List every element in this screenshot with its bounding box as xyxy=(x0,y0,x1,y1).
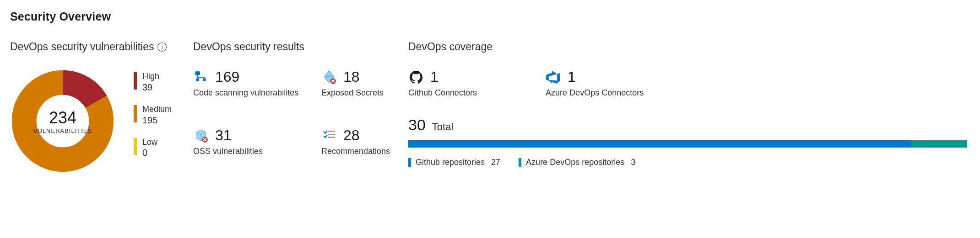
metric-code-scan-value: 169 xyxy=(215,69,239,85)
metric-oss[interactable]: 31 OSS vulnerabilities xyxy=(193,127,321,156)
results-heading: DevOps security results xyxy=(193,41,408,53)
coverage-bar xyxy=(408,140,967,148)
connector-ado[interactable]: 1 Azure DevOps Connectors xyxy=(546,69,644,98)
github-icon xyxy=(408,69,424,85)
coverage-legend-ado-name: Azure DevOps repositories xyxy=(526,158,624,167)
coverage-legend-ado[interactable]: Azure DevOps repositories 3 xyxy=(519,158,635,167)
connector-github-label: Github Connectors xyxy=(408,88,477,98)
legend-name-high: High xyxy=(142,72,159,81)
legend-name-low: Low xyxy=(142,138,157,147)
metric-code-scan-label: Code scanning vulnerabilites xyxy=(193,88,321,98)
coverage-total: 30 Total xyxy=(408,116,967,134)
coverage-swatch-ado xyxy=(519,158,521,167)
svg-rect-5 xyxy=(196,78,199,81)
svg-rect-6 xyxy=(203,78,206,81)
metric-secrets-value: 18 xyxy=(343,69,360,85)
coverage-section: DevOps coverage 1 Github Connectors xyxy=(408,41,967,167)
azuredevops-icon xyxy=(546,69,561,85)
vulnerabilities-section: DevOps security vulnerabilities i 234 VU… xyxy=(10,41,193,174)
donut-center: 234 VULNERABILITIES xyxy=(10,69,115,174)
metric-recs[interactable]: 28 Recommendations xyxy=(321,127,408,156)
coverage-legend: Github repositories 27 Azure DevOps repo… xyxy=(408,158,967,167)
vulnerabilities-total-value: 234 xyxy=(49,108,76,127)
legend-name-medium: Medium xyxy=(142,105,172,114)
connector-github[interactable]: 1 Github Connectors xyxy=(408,69,477,98)
legend-item-medium[interactable]: Medium 195 xyxy=(134,105,172,125)
coverage-legend-github-value: 27 xyxy=(491,158,500,167)
legend-value-medium: 195 xyxy=(142,115,172,125)
legend-item-high[interactable]: High 39 xyxy=(134,72,172,92)
metric-oss-label: OSS vulnerabilities xyxy=(193,147,321,156)
coverage-connectors: 1 Github Connectors 1 Azure DevOps Conne… xyxy=(408,69,967,98)
svg-rect-4 xyxy=(195,71,200,75)
coverage-bar-ado xyxy=(911,140,967,148)
legend-swatch-high xyxy=(134,72,137,90)
package-icon xyxy=(193,128,209,143)
metric-oss-value: 31 xyxy=(215,127,232,144)
results-section: DevOps security results 169 xyxy=(193,41,408,156)
results-grid: 169 Code scanning vulnerabilites xyxy=(193,69,408,156)
coverage-legend-github[interactable]: Github repositories 27 xyxy=(408,158,500,167)
vulnerabilities-heading: DevOps security vulnerabilities xyxy=(10,41,154,53)
legend-swatch-medium xyxy=(134,105,137,122)
vulnerabilities-body: 234 VULNERABILITIES High 39 xyxy=(10,69,193,174)
connector-github-value: 1 xyxy=(430,69,439,85)
coverage-bar-github xyxy=(408,140,911,148)
scan-icon xyxy=(193,69,209,85)
vulnerabilities-heading-row: DevOps security vulnerabilities i xyxy=(10,41,193,53)
vulnerabilities-legend: High 39 Medium 195 Low xyxy=(134,69,172,158)
vulnerabilities-total-label: VULNERABILITIES xyxy=(33,127,92,134)
legend-item-low[interactable]: Low 0 xyxy=(134,138,172,158)
metric-recs-value: 28 xyxy=(343,127,360,144)
secret-icon xyxy=(321,69,337,85)
coverage-swatch-github xyxy=(408,158,411,167)
connector-ado-value: 1 xyxy=(568,69,576,85)
info-icon[interactable]: i xyxy=(157,42,167,52)
page-title: Security Overview xyxy=(10,10,967,23)
metric-secrets-label: Exposed Secrets xyxy=(321,88,408,98)
security-overview-page: Security Overview DevOps security vulner… xyxy=(0,0,980,192)
legend-swatch-low xyxy=(134,138,137,155)
coverage-legend-github-name: Github repositories xyxy=(416,158,485,167)
vulnerabilities-donut: 234 VULNERABILITIES xyxy=(10,69,115,174)
coverage-total-word: Total xyxy=(432,121,453,133)
legend-value-low: 0 xyxy=(142,148,157,158)
checklist-icon xyxy=(321,128,337,143)
metric-recs-label: Recommendations xyxy=(321,147,408,156)
metric-code-scan[interactable]: 169 Code scanning vulnerabilites xyxy=(193,69,321,98)
coverage-heading: DevOps coverage xyxy=(408,41,967,53)
columns: DevOps security vulnerabilities i 234 VU… xyxy=(10,41,967,174)
metric-secrets[interactable]: 18 Exposed Secrets xyxy=(321,69,408,98)
coverage-total-value: 30 xyxy=(408,116,426,134)
legend-value-high: 39 xyxy=(142,82,159,92)
coverage-legend-ado-value: 3 xyxy=(631,158,635,167)
connector-ado-label: Azure DevOps Connectors xyxy=(546,88,644,98)
